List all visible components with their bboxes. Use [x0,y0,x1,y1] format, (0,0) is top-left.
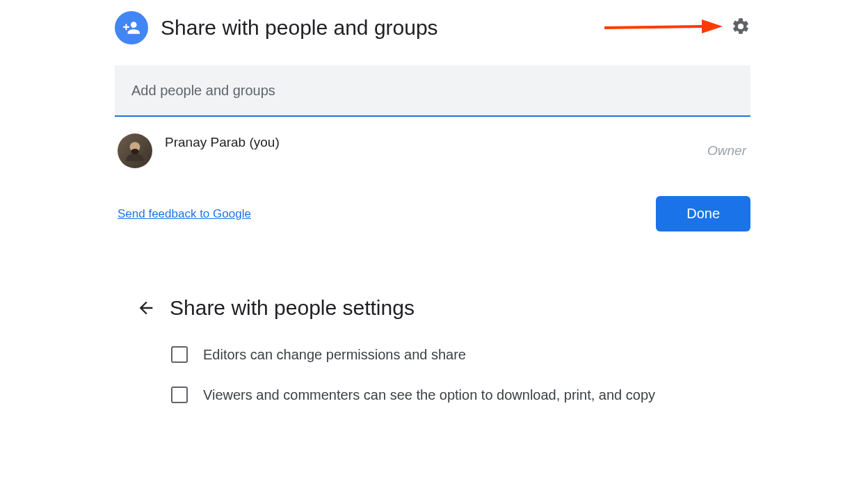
checkbox-viewers[interactable] [171,387,188,403]
owner-row: Pranay Parab (you) Owner [115,117,750,182]
settings-gear-icon[interactable] [731,17,750,36]
settings-header: Share with people settings [136,296,748,320]
dialog-footer: Send feedback to Google Done [115,182,750,231]
done-button[interactable]: Done [656,196,750,231]
avatar [118,133,152,168]
setting-label: Editors can change permissions and share [203,347,466,363]
dialog-header: Share with people and groups [115,7,750,65]
share-icon [115,11,148,44]
checkbox-editors[interactable] [171,346,188,363]
share-settings-panel: Share with people settings Editors can c… [136,296,748,420]
person-role: Owner [707,143,746,158]
svg-line-0 [604,26,702,28]
dialog-title: Share with people and groups [161,16,438,40]
share-dialog: Share with people and groups Pranay Para… [115,7,750,231]
person-name: Pranay Parab (you) [165,135,695,150]
back-arrow-icon[interactable] [136,298,156,318]
svg-marker-1 [702,19,723,33]
setting-row-viewers: Viewers and commenters can see the optio… [136,380,748,410]
settings-title: Share with people settings [170,296,415,320]
add-people-field[interactable] [115,65,750,117]
add-people-input[interactable] [131,83,734,99]
feedback-link[interactable]: Send feedback to Google [118,207,251,221]
setting-label: Viewers and commenters can see the optio… [203,387,655,403]
svg-point-3 [131,149,139,154]
setting-row-editors: Editors can change permissions and share [136,339,748,370]
annotation-arrow [604,17,723,39]
